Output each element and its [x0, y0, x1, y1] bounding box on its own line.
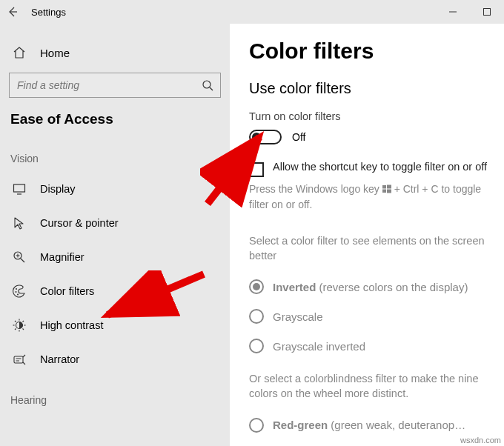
radio-button[interactable]: [249, 418, 264, 433]
window-title: Settings: [31, 7, 66, 18]
toggle-label: Turn on color filters: [249, 110, 497, 122]
svg-line-22: [23, 321, 24, 322]
magnifier-icon: [12, 250, 27, 264]
sidebar-item-magnifier[interactable]: Magnifier: [0, 240, 230, 274]
sidebar-item-color-filters[interactable]: Color filters: [0, 274, 230, 308]
sidebar-item-narrator[interactable]: Narrator: [0, 342, 230, 376]
maximize-button[interactable]: [470, 0, 504, 24]
home-icon: [12, 46, 27, 59]
radio-grayscale-inverted[interactable]: Grayscale inverted: [249, 331, 497, 361]
radio-inverted[interactable]: Inverted (reverse colors on the display): [249, 272, 497, 302]
svg-rect-28: [382, 190, 386, 193]
content: Color filters Use color filters Turn on …: [230, 24, 504, 446]
page-title: Color filters: [249, 39, 497, 64]
svg-point-11: [16, 288, 17, 290]
colorblind-group-desc: Or select a colorblindness filter to mak…: [249, 371, 497, 402]
sidebar-item-label: Magnifier: [40, 251, 84, 263]
narrator-icon: [12, 353, 27, 366]
sidebar-section-vision: Vision: [0, 148, 230, 172]
svg-line-19: [15, 321, 16, 322]
sidebar-home-label: Home: [40, 47, 70, 59]
search-input[interactable]: [10, 79, 195, 91]
radio-label: Grayscale: [273, 310, 323, 323]
sidebar-category-title: Ease of Access: [0, 108, 230, 148]
toggle-knob: [252, 133, 261, 142]
svg-line-4: [210, 87, 213, 90]
sidebar-item-high-contrast[interactable]: High contrast: [0, 308, 230, 342]
minimize-button[interactable]: [436, 0, 470, 24]
svg-rect-2: [484, 9, 491, 16]
radio-label: Inverted (reverse colors on the display): [273, 281, 468, 293]
search-icon[interactable]: [195, 79, 220, 91]
svg-rect-23: [14, 356, 23, 363]
titlebar: Settings: [0, 0, 504, 24]
radio-button[interactable]: [249, 279, 264, 294]
radio-button[interactable]: [249, 339, 264, 353]
sidebar-item-label: Display: [40, 183, 76, 195]
color-filters-icon: [12, 284, 27, 298]
radio-label: Grayscale inverted: [273, 340, 365, 353]
sidebar-home[interactable]: Home: [0, 39, 230, 73]
svg-line-21: [15, 329, 16, 330]
shortcut-checkbox-label: Allow the shortcut key to toggle filter …: [273, 161, 487, 173]
svg-point-12: [16, 291, 17, 293]
high-contrast-icon: [12, 319, 27, 332]
svg-point-3: [203, 81, 210, 88]
cursor-icon: [12, 216, 27, 230]
search-box[interactable]: [9, 73, 221, 98]
sidebar-item-display[interactable]: Display: [0, 172, 230, 206]
radio-label: Red-green (green weak, deuteranop…: [273, 419, 465, 431]
sidebar-section-hearing: Hearing: [0, 390, 230, 413]
sidebar: Home Ease of Access Vision Display: [0, 24, 230, 446]
color-filters-toggle[interactable]: [249, 130, 282, 144]
svg-rect-26: [382, 185, 386, 189]
sidebar-item-label: Narrator: [40, 353, 79, 365]
svg-line-20: [23, 329, 24, 330]
filter-group-desc: Select a color filter to see elements on…: [249, 233, 497, 264]
svg-line-8: [21, 259, 24, 262]
shortcut-checkbox[interactable]: [249, 162, 264, 177]
windows-logo-icon: [382, 182, 391, 197]
radio-grayscale[interactable]: Grayscale: [249, 302, 497, 331]
sidebar-item-cursor[interactable]: Cursor & pointer: [0, 206, 230, 240]
display-icon: [12, 182, 27, 196]
sidebar-item-label: High contrast: [40, 319, 103, 331]
back-icon[interactable]: [6, 5, 19, 19]
section-heading: Use color filters: [249, 80, 497, 97]
sidebar-item-label: Cursor & pointer: [40, 217, 119, 229]
watermark: wsxdn.com: [460, 436, 501, 445]
shortcut-hint: Press the Windows logo key + Ctrl + C to…: [249, 182, 497, 213]
svg-point-13: [17, 294, 19, 296]
svg-rect-5: [14, 184, 25, 192]
radio-button[interactable]: [249, 309, 264, 324]
radio-red-green[interactable]: Red-green (green weak, deuteranop…: [249, 410, 497, 440]
sidebar-item-label: Color filters: [40, 285, 94, 297]
toggle-state-text: Off: [292, 131, 305, 143]
